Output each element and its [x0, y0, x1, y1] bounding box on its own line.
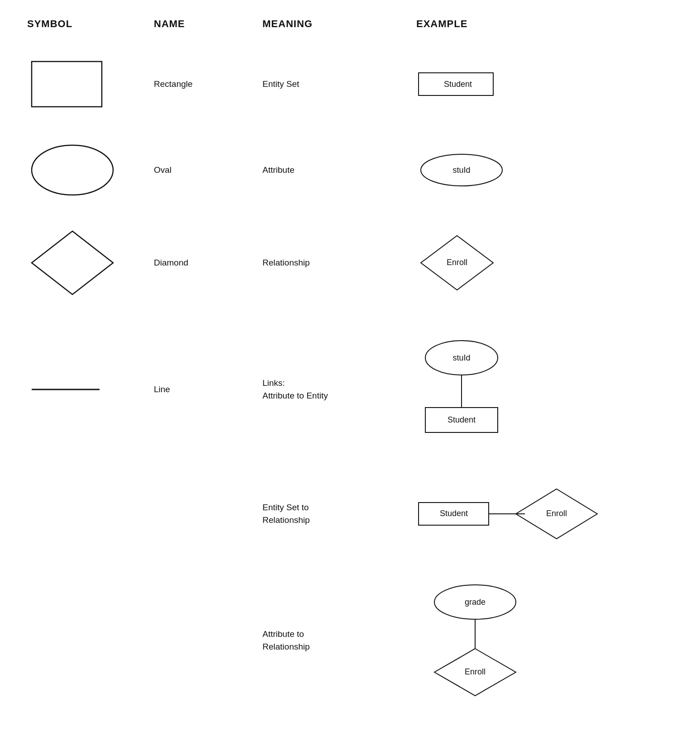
meaning-attr-rel: Attribute to Relationship — [262, 628, 416, 654]
example-entity-rel-diamond-label: Enroll — [546, 509, 567, 518]
row-attr-rel: Attribute to Relationship grade Enroll — [27, 564, 673, 717]
oval-symbol-svg — [27, 143, 118, 197]
example-entity-rel-svg: Student Enroll — [416, 487, 606, 541]
meaning-rectangle: Entity Set — [262, 78, 416, 91]
name-oval: Oval — [154, 165, 262, 175]
header-example: EXAMPLE — [416, 18, 673, 30]
symbol-line — [27, 385, 154, 394]
header-symbol: SYMBOL — [27, 18, 154, 30]
example-line-rect-label: Student — [448, 415, 476, 424]
example-attr-rel-svg: grade Enroll — [416, 582, 534, 699]
meaning-line: Links: Attribute to Entity — [262, 377, 416, 403]
example-rectangle-svg: Student — [416, 71, 498, 98]
example-entity-rel-rect-label: Student — [440, 509, 468, 518]
svg-point-2 — [32, 145, 113, 195]
header-meaning: MEANING — [262, 18, 416, 30]
row-rectangle: Rectangle Entity Set Student — [27, 43, 673, 125]
example-line-svg: stuId Student — [416, 337, 507, 441]
symbol-diamond — [27, 229, 154, 297]
name-diamond: Diamond — [154, 258, 262, 268]
example-entity-rel: Student Enroll — [416, 487, 673, 541]
example-oval-svg: stuId — [416, 152, 507, 188]
symbol-rectangle — [27, 57, 154, 111]
rectangle-symbol-svg — [27, 57, 109, 111]
meaning-diamond: Relationship — [262, 256, 416, 270]
example-diamond-svg: Enroll — [416, 233, 498, 292]
example-attr-rel-oval-label: grade — [465, 598, 486, 607]
example-diamond: Enroll — [416, 233, 673, 292]
name-rectangle: Rectangle — [154, 79, 262, 89]
example-oval: stuId — [416, 152, 673, 188]
svg-rect-0 — [32, 62, 102, 107]
example-oval-label: stuId — [452, 166, 470, 175]
row-diamond: Diamond Relationship Enroll — [27, 215, 673, 310]
name-line: Line — [154, 384, 262, 394]
meaning-entity-rel: Entity Set to Relationship — [262, 501, 416, 527]
example-rectangle: Student — [416, 71, 673, 98]
example-line-oval-label: stuId — [452, 353, 470, 362]
row-oval: Oval Attribute stuId — [27, 129, 673, 211]
example-diamond-label: Enroll — [447, 258, 467, 267]
diamond-symbol-svg — [27, 229, 118, 297]
row-entity-rel: Entity Set to Relationship Student Enrol… — [27, 469, 673, 559]
row-line: Line Links: Attribute to Entity stuId St… — [27, 315, 673, 464]
svg-marker-4 — [32, 231, 113, 294]
example-rectangle-label: Student — [444, 80, 472, 89]
symbol-oval — [27, 143, 154, 197]
meaning-oval: Attribute — [262, 164, 416, 177]
example-attr-rel: grade Enroll — [416, 582, 673, 699]
line-symbol-svg — [27, 385, 109, 394]
page: SYMBOL NAME MEANING EXAMPLE Rectangle En… — [0, 0, 700, 736]
header-row: SYMBOL NAME MEANING EXAMPLE — [27, 18, 673, 34]
example-line: stuId Student — [416, 337, 673, 441]
example-attr-rel-diamond-label: Enroll — [465, 667, 486, 676]
header-name: NAME — [154, 18, 262, 30]
